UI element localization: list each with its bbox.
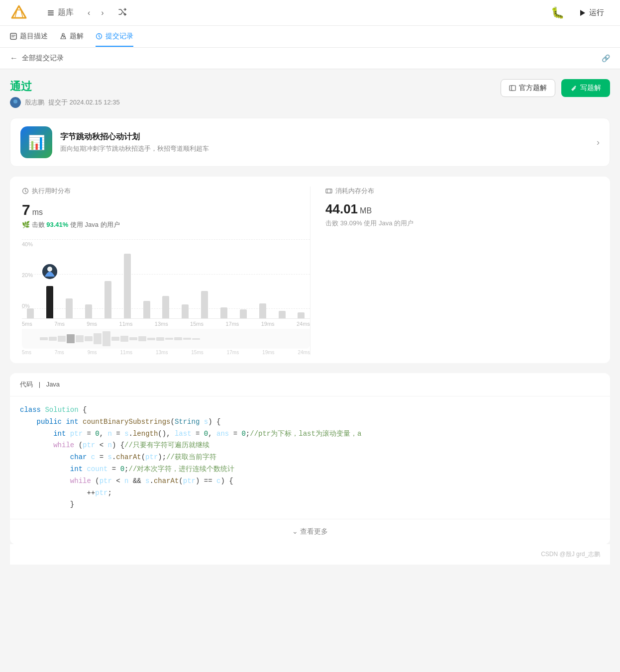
bar bbox=[85, 304, 92, 318]
bar bbox=[279, 311, 286, 318]
svg-marker-0 bbox=[12, 6, 26, 18]
breadcrumb: ← 全部提交记录 🔗 bbox=[0, 48, 620, 69]
tab-bar: 题目描述 题解 提交记录 bbox=[0, 26, 620, 48]
code-label: 代码 bbox=[20, 381, 33, 388]
bar bbox=[27, 308, 34, 318]
memory-label: 消耗内存分布 bbox=[325, 187, 598, 195]
bar bbox=[66, 298, 73, 318]
bar bbox=[124, 254, 131, 318]
svg-rect-2 bbox=[48, 10, 54, 11]
svg-point-18 bbox=[47, 267, 52, 272]
time-stats: 执行用时分布 7 ms 🌿 击败 93.41% 使用 Java 的用户 bbox=[22, 187, 310, 355]
next-button[interactable]: › bbox=[97, 6, 107, 19]
memory-beat: 击败 39.09% 使用 Java 的用户 bbox=[325, 219, 598, 228]
view-more-label: ⌄ 查看更多 bbox=[292, 527, 328, 535]
memory-value: 44.01 bbox=[325, 201, 358, 217]
promo-card[interactable]: 📊 字节跳动秋招心动计划 面向短期冲刺字节跳动秋招选手，秋招弯道顺利超车 › bbox=[10, 118, 610, 167]
problem-list-button[interactable]: 题库 bbox=[43, 5, 78, 20]
stats-card: 执行用时分布 7 ms 🌿 击败 93.41% 使用 Java 的用户 bbox=[10, 177, 610, 363]
bar bbox=[182, 304, 189, 318]
active-bar bbox=[46, 286, 53, 318]
svg-rect-4 bbox=[48, 14, 54, 15]
code-lang: Java bbox=[46, 381, 60, 388]
x-axis-labels: 5ms 7ms 9ms 11ms 13ms 15ms 17ms 19ms 24m… bbox=[22, 321, 310, 327]
promo-arrow-icon: › bbox=[597, 137, 600, 148]
nav-center: 题库 ‹ › bbox=[43, 5, 551, 20]
svg-marker-5 bbox=[580, 10, 585, 16]
top-navigation: 题库 ‹ › 🐛 运行 bbox=[0, 0, 620, 26]
user-avatar bbox=[42, 264, 57, 279]
promo-text: 字节跳动秋招心动计划 面向短期冲刺字节跳动秋招选手，秋招弯道顺利超车 bbox=[60, 132, 209, 153]
tab-description[interactable]: 题目描述 bbox=[10, 27, 48, 47]
code-section: 代码 | Java class Solution { public int co… bbox=[10, 373, 610, 544]
time-label: 执行用时分布 bbox=[22, 187, 310, 195]
tab-description-label: 题目描述 bbox=[20, 32, 48, 41]
author-name: 殷志鹏 bbox=[25, 98, 44, 107]
svg-rect-6 bbox=[10, 33, 16, 39]
tab-submissions[interactable]: 提交记录 bbox=[96, 27, 133, 47]
shuffle-button[interactable] bbox=[114, 5, 131, 20]
code-body[interactable]: class Solution { public int countBinaryS… bbox=[10, 396, 610, 519]
time-unit: ms bbox=[32, 208, 43, 217]
write-solution-button[interactable]: 写题解 bbox=[561, 79, 610, 97]
problem-bank-label: 题库 bbox=[58, 7, 74, 18]
status-badge: 通过 bbox=[10, 79, 120, 94]
svg-point-9 bbox=[62, 33, 64, 35]
promo-icon: 📊 bbox=[20, 126, 52, 158]
view-more-button[interactable]: ⌄ 查看更多 bbox=[10, 519, 610, 544]
nav-right: 🐛 运行 bbox=[551, 5, 610, 20]
bar bbox=[220, 307, 227, 318]
write-solution-label: 写题解 bbox=[580, 84, 601, 93]
bar bbox=[201, 291, 208, 318]
status-actions: 官方题解 写题解 bbox=[501, 79, 610, 97]
stats-grid: 执行用时分布 7 ms 🌿 击败 93.41% 使用 Java 的用户 bbox=[22, 187, 598, 355]
status-meta: 殷志鹏 提交于 2024.02.15 12:35 bbox=[10, 97, 120, 108]
memory-unit: MB bbox=[360, 206, 372, 215]
status-left: 通过 殷志鹏 提交于 2024.02.15 12:35 bbox=[10, 79, 120, 108]
debug-icon[interactable]: 🐛 bbox=[551, 6, 564, 19]
tab-solution-label: 题解 bbox=[70, 32, 84, 41]
footer: CSDN @殷J grd_志鹏 bbox=[10, 544, 610, 565]
back-button[interactable]: ← bbox=[10, 54, 18, 63]
svg-rect-19 bbox=[326, 189, 332, 193]
avatar bbox=[10, 97, 21, 108]
logo[interactable] bbox=[10, 4, 28, 22]
code-header: 代码 | Java bbox=[10, 373, 610, 396]
bar bbox=[259, 303, 266, 318]
svg-point-13 bbox=[12, 104, 18, 108]
bar bbox=[104, 281, 111, 318]
tab-submissions-label: 提交记录 bbox=[105, 32, 133, 41]
run-label: 运行 bbox=[589, 8, 604, 17]
mini-x-labels: 5ms 7ms 9ms 11ms 13ms 15ms 17ms 19ms 24m… bbox=[22, 350, 310, 355]
nav-arrows: ‹ › bbox=[84, 6, 108, 19]
run-button[interactable]: 运行 bbox=[572, 5, 610, 20]
memory-stats: 消耗内存分布 44.01 MB 击败 39.09% 使用 Java 的用户 bbox=[310, 187, 598, 355]
link-icon[interactable]: 🔗 bbox=[602, 54, 610, 62]
prev-button[interactable]: ‹ bbox=[84, 6, 94, 19]
bar bbox=[298, 312, 305, 318]
promo-title: 字节跳动秋招心动计划 bbox=[60, 132, 209, 142]
main-content: 通过 殷志鹏 提交于 2024.02.15 12:35 bbox=[0, 69, 620, 672]
time-chart: 40% 20% 0% bbox=[22, 239, 310, 355]
svg-point-12 bbox=[13, 99, 17, 103]
submitted-at: 提交于 2024.02.15 12:35 bbox=[48, 98, 120, 107]
status-row: 通过 殷志鹏 提交于 2024.02.15 12:35 bbox=[10, 79, 610, 108]
official-solution-label: 官方题解 bbox=[519, 84, 547, 93]
time-beat: 🌿 击败 93.41% 使用 Java 的用户 bbox=[22, 220, 310, 229]
chart-bars bbox=[22, 239, 310, 319]
mini-chart bbox=[22, 329, 310, 349]
time-value: 7 bbox=[22, 201, 30, 218]
bar bbox=[162, 296, 169, 318]
promo-desc: 面向短期冲刺字节跳动秋招选手，秋招弯道顺利超车 bbox=[60, 144, 209, 153]
footer-text: CSDN @殷J grd_志鹏 bbox=[541, 551, 600, 558]
breadcrumb-text: 全部提交记录 bbox=[22, 54, 64, 63]
svg-rect-3 bbox=[48, 12, 54, 13]
bar bbox=[143, 301, 150, 318]
svg-rect-15 bbox=[512, 86, 516, 91]
bar bbox=[240, 309, 247, 318]
tab-solution[interactable]: 题解 bbox=[60, 27, 84, 47]
official-solution-button[interactable]: 官方题解 bbox=[501, 79, 555, 97]
